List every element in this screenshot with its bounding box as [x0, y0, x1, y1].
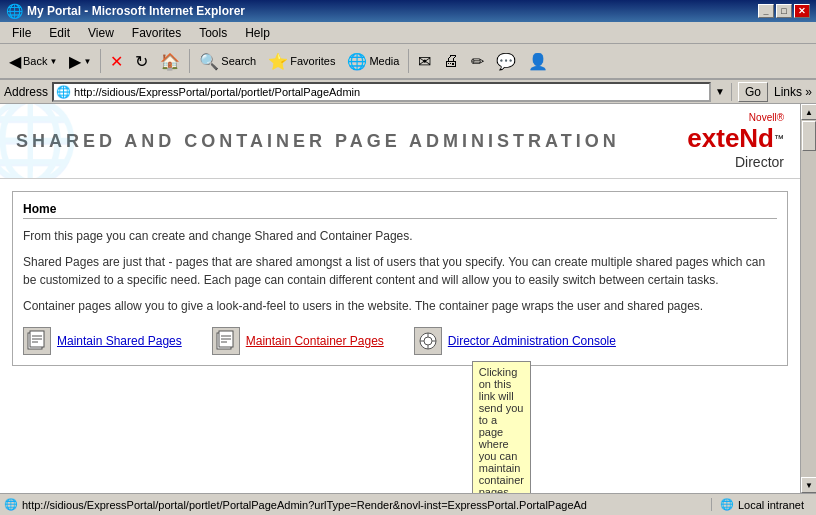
home-label: Home — [23, 202, 777, 219]
media-button[interactable]: 🌐 Media — [342, 49, 404, 74]
print-button[interactable]: 🖨 — [438, 49, 464, 73]
shared-pages-link[interactable]: Maintain Shared Pages — [23, 327, 182, 355]
forward-icon: ▶ — [69, 52, 81, 71]
shared-pages-svg — [26, 330, 48, 352]
menu-favorites[interactable]: Favorites — [124, 24, 189, 42]
shared-pages-icon — [23, 327, 51, 355]
menu-bar: File Edit View Favorites Tools Help — [0, 22, 816, 44]
favorites-label: Favorites — [290, 55, 335, 67]
novell-director: Director — [687, 154, 784, 170]
discuss-icon: 💬 — [496, 52, 516, 71]
home-icon: 🏠 — [160, 52, 180, 71]
messenger-icon: 👤 — [528, 52, 548, 71]
back-dropdown-icon: ▼ — [49, 57, 57, 66]
scroll-up-button[interactable]: ▲ — [801, 104, 816, 120]
portal-header: 🌐 SHARED AND CONTAINER PAGE ADMINISTRATI… — [0, 104, 800, 179]
container-pages-label[interactable]: Maintain Container Pages — [246, 334, 384, 348]
page-icon: 🌐 — [56, 85, 71, 99]
title-bar: 🌐 My Portal - Microsoft Internet Explore… — [0, 0, 816, 22]
zone-icon: 🌐 — [720, 498, 734, 511]
home-desc-1: From this page you can create and change… — [23, 227, 777, 245]
window-title: My Portal - Microsoft Internet Explorer — [27, 4, 245, 18]
toolbar-sep-1 — [100, 49, 101, 73]
toolbar-sep-2 — [189, 49, 190, 73]
address-label: Address — [4, 85, 48, 99]
home-desc-2: Shared Pages are just that - pages that … — [23, 253, 777, 289]
forward-button[interactable]: ▶ ▼ — [64, 49, 96, 74]
title-bar-left: 🌐 My Portal - Microsoft Internet Explore… — [6, 3, 245, 19]
zone-label: Local intranet — [738, 499, 804, 511]
status-bar: 🌐 http://sidious/ExpressPortal/portal/po… — [0, 493, 816, 515]
extend-text: exteNd — [687, 123, 774, 153]
edit-icon: ✏ — [471, 52, 484, 71]
menu-tools[interactable]: Tools — [191, 24, 235, 42]
links-button[interactable]: Links » — [774, 85, 812, 99]
mail-button[interactable]: ✉ — [413, 49, 436, 74]
address-input-wrap: 🌐 — [52, 82, 711, 102]
page-icon-status: 🌐 — [4, 498, 18, 511]
messenger-button[interactable]: 👤 — [523, 49, 553, 74]
address-input[interactable] — [74, 86, 707, 98]
address-bar: Address 🌐 ▼ Go Links » — [0, 80, 816, 104]
forward-dropdown-icon: ▼ — [83, 57, 91, 66]
back-button[interactable]: ◀ Back ▼ — [4, 49, 62, 74]
window-controls[interactable]: _ □ ✕ — [758, 4, 810, 18]
refresh-icon: ↻ — [135, 52, 148, 71]
director-console-label[interactable]: Director Administration Console — [448, 334, 616, 348]
print-icon: 🖨 — [443, 52, 459, 70]
scrollbar-vertical[interactable]: ▲ ▼ — [800, 104, 816, 493]
go-label: Go — [745, 85, 761, 99]
media-icon: 🌐 — [347, 52, 367, 71]
container-pages-link[interactable]: Maintain Container Pages Clicking on thi… — [212, 327, 384, 355]
stop-icon: ✕ — [110, 52, 123, 71]
novell-extend: exteNd™ — [687, 123, 784, 154]
favorites-button[interactable]: ⭐ Favorites — [263, 49, 340, 74]
minimize-button[interactable]: _ — [758, 4, 774, 18]
scroll-thumb[interactable] — [802, 121, 816, 151]
portal-title: SHARED AND CONTAINER PAGE ADMINISTRATION — [16, 131, 620, 152]
director-console-link[interactable]: Director Administration Console — [414, 327, 616, 355]
toolbar-sep-3 — [408, 49, 409, 73]
main-area: 🌐 SHARED AND CONTAINER PAGE ADMINISTRATI… — [0, 104, 816, 493]
menu-help[interactable]: Help — [237, 24, 278, 42]
close-button[interactable]: ✕ — [794, 4, 810, 18]
search-button[interactable]: 🔍 Search — [194, 49, 261, 74]
star-icon: ⭐ — [268, 52, 288, 71]
director-icon — [414, 327, 442, 355]
stop-button[interactable]: ✕ — [105, 49, 128, 74]
container-pages-icon — [212, 327, 240, 355]
mail-icon: ✉ — [418, 52, 431, 71]
status-zone: 🌐 Local intranet — [711, 498, 812, 511]
go-button[interactable]: Go — [738, 82, 768, 102]
toolbar: ◀ Back ▼ ▶ ▼ ✕ ↻ 🏠 🔍 Search ⭐ Favorites … — [0, 44, 816, 80]
status-url: http://sidious/ExpressPortal/portal/port… — [22, 499, 707, 511]
shared-pages-label[interactable]: Maintain Shared Pages — [57, 334, 182, 348]
home-desc-3: Container pages allow you to give a look… — [23, 297, 777, 315]
scroll-track[interactable] — [801, 120, 816, 477]
menu-edit[interactable]: Edit — [41, 24, 78, 42]
director-svg — [417, 330, 439, 352]
menu-file[interactable]: File — [4, 24, 39, 42]
tm-symbol: ™ — [774, 133, 784, 144]
edit-button[interactable]: ✏ — [466, 49, 489, 74]
addr-sep — [731, 83, 732, 101]
scroll-down-button[interactable]: ▼ — [801, 477, 816, 493]
search-label: Search — [221, 55, 256, 67]
refresh-button[interactable]: ↻ — [130, 49, 153, 74]
novell-logo: Novell® exteNd™ Director — [687, 112, 784, 170]
container-pages-svg — [215, 330, 237, 352]
media-label: Media — [369, 55, 399, 67]
menu-view[interactable]: View — [80, 24, 122, 42]
discuss-button[interactable]: 💬 — [491, 49, 521, 74]
home-section: Home From this page you can create and c… — [12, 191, 788, 366]
container-pages-tooltip: Clicking on this link will send you to a… — [472, 361, 531, 493]
content-area: 🌐 SHARED AND CONTAINER PAGE ADMINISTRATI… — [0, 104, 800, 493]
back-label: Back — [23, 55, 47, 67]
search-icon: 🔍 — [199, 52, 219, 71]
novell-brand: Novell® — [687, 112, 784, 123]
app-icon: 🌐 — [6, 3, 23, 19]
home-links: Maintain Shared Pages Maintain Containe — [23, 327, 777, 355]
maximize-button[interactable]: □ — [776, 4, 792, 18]
home-button[interactable]: 🏠 — [155, 49, 185, 74]
back-icon: ◀ — [9, 52, 21, 71]
